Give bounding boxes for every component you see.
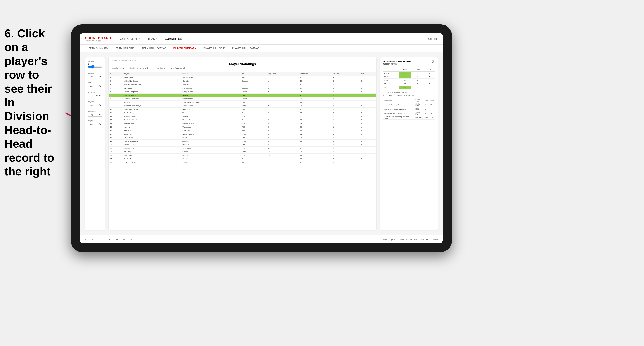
table-row[interactable]: 22 Ian Gilligan Florida Third 10 24 1 1 xyxy=(108,150,376,154)
toolbar-watch[interactable]: Watch ▾ xyxy=(420,238,430,241)
instruction-text: 6. Click on a player's row to see their … xyxy=(0,26,64,178)
table-row[interactable]: 20 Matthew Riedel Vanderbilt Fifth 5 20 … xyxy=(108,143,376,147)
region-select[interactable]: N/a xyxy=(88,103,102,107)
cell-rank: 6 xyxy=(108,94,122,97)
cell-school: East Tennessee State xyxy=(181,101,240,104)
tab-team-summary[interactable]: TEAM SUMMARY xyxy=(85,45,112,52)
filter-year: Year (All) xyxy=(88,82,102,88)
cell-no-rds: 1 xyxy=(331,147,360,150)
player-select[interactable]: (All) xyxy=(88,122,102,126)
tourney-row: SEC Match Play hosted by Jerry Pate Roun… xyxy=(383,115,435,120)
table-row[interactable]: 23 Jack Lundin Missouri Fourth 11 24 1 1 xyxy=(108,154,376,157)
nav-teams[interactable]: TEAMS xyxy=(148,36,158,41)
division-select[interactable]: NCAA Division I xyxy=(88,94,102,98)
cell-reg-rank: 6 xyxy=(266,147,298,150)
cell-rank: 4 xyxy=(108,86,122,90)
cell-reg-rank: 5 xyxy=(266,125,298,129)
cell-reg-rank: 3 xyxy=(266,122,298,125)
table-row[interactable]: 13 Phichakun Maichon Texas A&M Third 6 3… xyxy=(108,118,376,122)
cell-conf-rank: 23 xyxy=(299,161,332,164)
cell-player: Jack Lundin xyxy=(122,154,181,157)
cell-no-rds: 1 xyxy=(331,136,360,140)
toolbar-refresh[interactable]: ⟳ xyxy=(98,238,102,241)
cell-no-rds: 2 xyxy=(331,157,360,161)
table-row[interactable]: 19 Tiger Christensen Arizona Third 8 23 … xyxy=(108,140,376,143)
cell-no-rds: 0 xyxy=(331,94,360,97)
toolbar-undo[interactable]: ↩ xyxy=(83,238,88,241)
table-row[interactable]: 21 Taehoon Song Washington Fourth 6 23 1… xyxy=(108,147,376,150)
tab-player-summary[interactable]: PLAYER SUMMARY xyxy=(170,45,200,52)
cell-yr: Fifth xyxy=(240,143,266,147)
table-row[interactable]: 14 Maxwell Ford North Carolina Third 3 2… xyxy=(108,122,376,125)
table-row[interactable]: 18 Luke Powell UCLA First 4 24 1 1 xyxy=(108,136,376,140)
h2h-win: 8 xyxy=(399,72,411,75)
cell-reg-rank: 12 xyxy=(266,161,298,164)
no-rds-slider[interactable] xyxy=(88,65,102,69)
table-row[interactable]: 8 Mats Ege East Tennessee State Fifth 1 … xyxy=(108,101,376,104)
cell-no-rds: 1 xyxy=(331,150,360,154)
toolbar-clock[interactable]: ◷ xyxy=(129,238,133,241)
table-row[interactable]: 3 Michael Thorbjornsen Stanford — 1 8 1 … xyxy=(108,83,376,86)
tourney-col-score: Score xyxy=(429,99,435,103)
conference-select[interactable]: (All) xyxy=(88,113,102,117)
cell-yr: Fourth xyxy=(240,97,266,101)
toolbar-share[interactable]: Share xyxy=(432,238,439,241)
table-row[interactable]: 12 Brendan Valles Auburn Third 1 20 0 2 xyxy=(108,115,376,118)
table-row[interactable]: 11 Gordon Sargent Vanderbilt Third 4 21 … xyxy=(108,111,376,115)
cell-rank: 8 xyxy=(108,101,122,104)
cell-player: Michael La Sasso xyxy=(122,79,181,83)
h2h-wlt-record: 674 - 33 - 12 xyxy=(404,94,414,96)
col-rank: # xyxy=(108,72,122,76)
table-row[interactable]: 4 Luke Claton Florida State Second 1 27 … xyxy=(108,86,376,90)
cell-rank: 19 xyxy=(108,140,122,143)
table-row[interactable]: 17 David Ford North Carolina Third 1 21 … xyxy=(108,132,376,136)
nav-tournaments[interactable]: TOURNAMENTS xyxy=(118,36,140,41)
cell-reg-rank: 11 xyxy=(266,154,298,157)
tab-team-h2h-grid[interactable]: TEAM H2H GRID xyxy=(112,45,138,52)
cell-no-rds: 1 xyxy=(331,143,360,147)
toolbar-view-original[interactable]: View: Original xyxy=(382,238,397,241)
nav-committee[interactable]: COMMITTEE xyxy=(164,36,182,41)
table-row[interactable]: 16 Alex Goff Kentucky Fifth 8 19 0 2 xyxy=(108,129,376,132)
conference-label: Conference xyxy=(88,110,102,112)
year-select[interactable]: (All) xyxy=(88,84,102,88)
table-row[interactable]: 6 Jackson Koivun Auburn First 1 7 0 2 xyxy=(108,94,376,97)
cell-player: Matthew Riedel xyxy=(122,143,181,147)
cell-player: Luke Claton xyxy=(122,86,181,90)
tab-player-h2h-grid[interactable]: PLAYER H2H GRID xyxy=(200,45,228,52)
h2h-loss: 4 xyxy=(411,79,424,82)
table-row[interactable]: 5 Christo Lamprecht Georgia Tech Fourth … xyxy=(108,90,376,94)
table-row[interactable]: 2 Michael La Sasso Ole Miss Second 1 10 … xyxy=(108,79,376,83)
table-row[interactable]: 24 Bastien Amat New Mexico Fourth 1 27 2… xyxy=(108,157,376,161)
table-row[interactable]: 15 Jake Hall Tennessee Fifth 5 26 1 1 xyxy=(108,125,376,129)
table-row[interactable]: 9 Preston Summerhays Arizona State Third… xyxy=(108,104,376,108)
toolbar-redo[interactable]: ↪ xyxy=(90,238,95,241)
h2h-close-button[interactable]: ⊗ xyxy=(431,60,435,64)
table-row[interactable]: 1 Wenyi Ding Arizona State First 1 1 8 1 xyxy=(108,76,376,79)
h2h-loss: 6 xyxy=(411,82,424,86)
cell-no-rds: 8 xyxy=(331,76,360,79)
table-row[interactable]: 25 Cole Sherwood Vanderbilt — 12 23 1 1 xyxy=(108,161,376,164)
cell-player: Phichakun Maichon xyxy=(122,118,181,122)
h2h-tie: 1 xyxy=(424,86,435,89)
table-row[interactable]: 7 Nicholas Gabrielick North Florida Four… xyxy=(108,97,376,101)
meta-region: Region: All xyxy=(156,67,166,69)
toolbar-save-custom[interactable]: Save Custom View xyxy=(398,238,418,241)
tab-team-h2h-heatmap[interactable]: TEAM H2H HEATMAP xyxy=(138,45,170,52)
toolbar-add[interactable]: ⊹ xyxy=(122,238,126,241)
sign-out-link[interactable]: Sign out xyxy=(428,37,438,40)
gender-select[interactable]: Men xyxy=(88,75,102,78)
cell-win: 1 xyxy=(360,136,376,140)
cell-player: Nicholas Gabrielick xyxy=(122,97,181,101)
tab-player-h2h-heatmap[interactable]: PLAYER H2H HEATMAP xyxy=(228,45,263,52)
toolbar-right: View: Original Save Custom View Watch ▾ … xyxy=(382,238,439,241)
toolbar-layout[interactable]: ⌯ xyxy=(114,238,119,241)
table-row[interactable]: 10 Jacob Mac Diesen Arkansas Fifth 1 23 … xyxy=(108,108,376,111)
h2h-label: >100 xyxy=(383,86,399,89)
cell-win: 2 xyxy=(360,104,376,108)
cell-no-rds: 1 xyxy=(331,83,360,86)
table-header-row: # Player School Yr Reg. Rank Conf Rank N… xyxy=(108,72,376,76)
cell-player: Preston Summerhays xyxy=(122,104,181,108)
toolbar-grid[interactable]: ⊞ xyxy=(108,238,112,241)
cell-win: 1 xyxy=(360,97,376,101)
